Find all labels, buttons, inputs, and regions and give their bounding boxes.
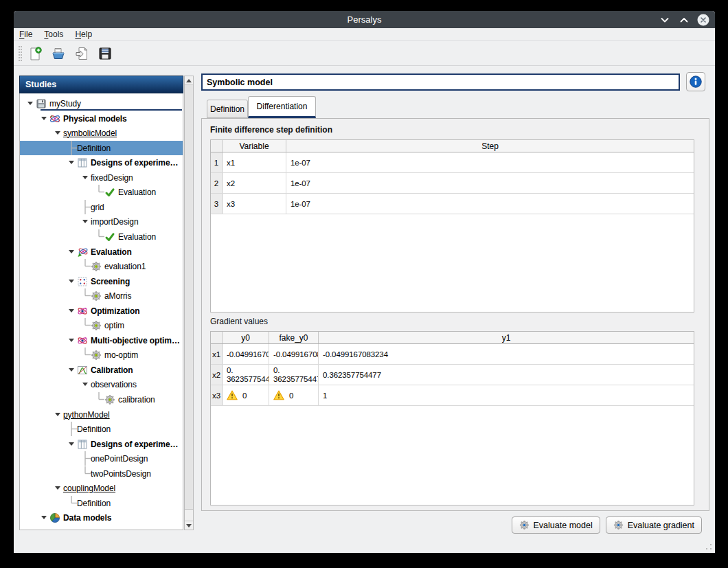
expander-icon[interactable] xyxy=(66,363,77,377)
tree-guide xyxy=(66,141,77,155)
tree-item-grid[interactable]: grid xyxy=(20,200,183,214)
resize-grip[interactable] xyxy=(705,543,712,550)
tree-scrollbar[interactable] xyxy=(184,76,194,530)
tree-item-mo-optim[interactable]: mo-optim xyxy=(20,348,183,362)
expander-icon[interactable] xyxy=(80,214,91,229)
tree-item-multi-objective-optim-[interactable]: Multi-objective optim… xyxy=(20,333,183,348)
studies-panel-header: Studies xyxy=(19,76,183,93)
step-cell[interactable]: 1e-07 xyxy=(286,173,694,193)
menu-item-help[interactable]: Help xyxy=(75,30,92,39)
screening-icon xyxy=(77,276,88,287)
window-controls xyxy=(659,11,709,28)
expander-icon[interactable] xyxy=(52,126,63,140)
expander-icon[interactable] xyxy=(66,155,77,170)
tree-item-evaluation[interactable]: Evaluation xyxy=(20,229,183,244)
title-bar[interactable]: Persalys xyxy=(14,11,715,28)
tree-guide xyxy=(93,392,104,407)
minimize-button[interactable] xyxy=(659,14,671,26)
expander-icon[interactable] xyxy=(38,510,49,525)
expander-icon[interactable] xyxy=(66,333,77,348)
finite-difference-title: Finite difference step definition xyxy=(210,125,332,135)
step-cell[interactable]: 1e-07 xyxy=(286,194,694,214)
tree-item-optim[interactable]: optim xyxy=(20,318,183,332)
tree-item-evaluation[interactable]: Evaluation xyxy=(20,185,183,199)
scrollbar-thumb[interactable] xyxy=(185,85,193,510)
expander-icon[interactable] xyxy=(25,96,36,111)
tree-item-calibration[interactable]: Calibration xyxy=(20,363,183,377)
evaluate-model-button[interactable]: Evaluate model xyxy=(512,516,600,534)
menu-item-file[interactable]: File xyxy=(19,30,32,39)
expander-icon[interactable] xyxy=(66,304,77,318)
tree-item-label: grid xyxy=(91,203,106,212)
model-name-input[interactable] xyxy=(201,73,680,91)
gear-icon xyxy=(104,394,115,405)
tree-item-mystudy[interactable]: myStudy xyxy=(20,96,183,111)
table-row: x20. 3623577544770. 3623577544770.362357… xyxy=(211,365,694,385)
expander-icon[interactable] xyxy=(80,170,91,185)
tree-item-label: Multi-objective optim… xyxy=(91,336,181,345)
expander-icon[interactable] xyxy=(66,245,77,259)
tree-item-screening[interactable]: Screening xyxy=(20,274,183,288)
info-button[interactable] xyxy=(686,72,705,91)
tree-guide xyxy=(80,288,91,303)
expander-icon[interactable] xyxy=(66,437,77,451)
expander-icon[interactable] xyxy=(52,525,63,530)
new-study-button[interactable] xyxy=(27,45,43,62)
tree-item-definition[interactable]: Definition xyxy=(20,141,183,155)
tree-item-fixeddesign[interactable]: fixedDesign xyxy=(20,170,183,185)
gradient-value: 0 xyxy=(242,391,247,400)
calibration-icon xyxy=(77,365,88,376)
tree-item-physical-models[interactable]: Physical models xyxy=(20,111,183,126)
tree-item-pythonmodel[interactable]: pythonModel xyxy=(20,407,183,422)
tree-guide xyxy=(66,422,77,436)
variable-cell: x2 xyxy=(223,173,286,193)
tree-item-evaluation[interactable]: Evaluation xyxy=(20,245,183,259)
scroll-up-icon[interactable] xyxy=(185,76,193,85)
open-study-button[interactable] xyxy=(50,45,67,62)
tree-item-label: aMorris xyxy=(104,291,133,301)
step-cell[interactable]: 1e-07 xyxy=(286,152,694,172)
evaluate-model-label: Evaluate model xyxy=(534,521,593,530)
menu-item-tools[interactable]: Tools xyxy=(44,30,63,39)
tree-item-designs-of-experime-[interactable]: Designs of experime… xyxy=(20,437,183,451)
doe-icon xyxy=(77,157,88,168)
expander-icon[interactable] xyxy=(52,407,63,422)
close-button[interactable] xyxy=(697,14,709,26)
tree-item-importdesign[interactable]: importDesign xyxy=(20,214,183,229)
gradient-cell: 0 xyxy=(223,385,269,405)
expander-icon[interactable] xyxy=(66,274,77,288)
tree-item-label: symbolicModel xyxy=(63,128,118,138)
tree-item-onepointdesign[interactable]: onePointDesign xyxy=(20,451,183,466)
row-header: x3 xyxy=(211,385,223,405)
open-study-icon xyxy=(51,46,66,61)
expander-icon[interactable] xyxy=(52,481,63,495)
expander-icon[interactable] xyxy=(80,377,91,391)
tree-item-label: pythonModel xyxy=(63,410,111,420)
tree-item-observations[interactable]: observations xyxy=(20,377,183,391)
scroll-down-icon[interactable] xyxy=(185,521,193,530)
tree-item-twopointsdesign[interactable]: twoPointsDesign xyxy=(20,466,183,481)
evaluate-gradient-button[interactable]: Evaluate gradient xyxy=(606,516,702,534)
tab-differentiation[interactable]: Differentiation xyxy=(248,96,316,118)
expander-icon[interactable] xyxy=(38,111,49,126)
tree-item-fixeddatamodel[interactable]: fixedDataModel xyxy=(20,525,183,530)
tree-item-calibration[interactable]: calibration xyxy=(20,392,183,407)
tree-item-optimization[interactable]: Optimization xyxy=(20,304,183,318)
gradient-value: -0.0499167083234 xyxy=(323,350,388,359)
save-study-icon xyxy=(98,46,113,61)
tree-item-symbolicmodel[interactable]: symbolicModel xyxy=(20,126,183,140)
tree-item-data-models[interactable]: Data models xyxy=(20,510,183,525)
differentiation-tab-panel: Finite difference step definition Variab… xyxy=(201,118,709,511)
toolbar-drag-handle[interactable] xyxy=(19,46,22,61)
tab-definition[interactable]: Definition xyxy=(207,100,248,118)
tree-item-definition[interactable]: Definition xyxy=(20,422,183,436)
maximize-button[interactable] xyxy=(678,14,690,26)
tree-item-couplingmodel[interactable]: couplingModel xyxy=(20,481,183,495)
gradient-cell: 0.362357754477 xyxy=(319,365,694,385)
tree-item-definition[interactable]: Definition xyxy=(20,496,183,510)
tree-item-designs-of-experime-[interactable]: Designs of experime… xyxy=(20,155,183,170)
save-study-button[interactable] xyxy=(97,45,113,62)
tree-item-evaluation1[interactable]: evaluation1 xyxy=(20,259,183,273)
import-script-button[interactable] xyxy=(73,45,90,62)
tree-item-amorris[interactable]: aMorris xyxy=(20,288,183,303)
